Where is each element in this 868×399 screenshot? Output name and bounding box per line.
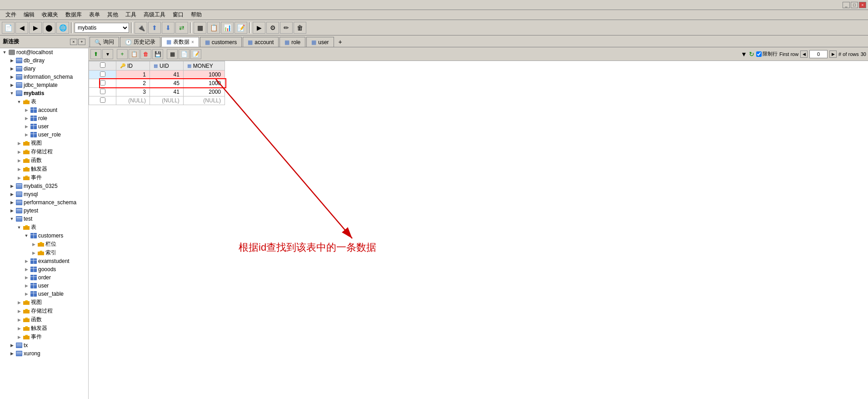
- tree-expand-mybatis_0325[interactable]: ▶: [8, 182, 15, 190]
- sidebar-item-jdbc_template[interactable]: ▶jdbc_template: [0, 81, 88, 89]
- minimize-button[interactable]: _: [843, 2, 850, 8]
- tree-expand-db_diray[interactable]: ▶: [8, 57, 15, 64]
- tree-expand-test_ccp[interactable]: ▶: [15, 308, 23, 315]
- table-row[interactable]: 3412000: [89, 88, 225, 96]
- sidebar-item-user_table[interactable]: ▶user_table: [0, 290, 88, 298]
- tree-expand-test_shitu[interactable]: ▶: [15, 299, 23, 306]
- tb-add-row-btn[interactable]: +: [117, 49, 128, 59]
- sidebar-add-btn[interactable]: +: [78, 39, 85, 45]
- tb-import-btn[interactable]: ⬆: [90, 49, 101, 59]
- tb-copy-row-btn[interactable]: 📋: [129, 49, 140, 59]
- tab-tabledata[interactable]: ▦ 表数据 ×: [161, 37, 199, 47]
- toolbar-back-btn[interactable]: ◀: [15, 22, 28, 34]
- tree-expand-customers_lw[interactable]: ▶: [30, 241, 37, 248]
- sidebar-item-db_diray[interactable]: ▶db_diray: [0, 56, 88, 65]
- toolbar-chart-btn[interactable]: 📊: [221, 22, 234, 34]
- tb-delete-row-btn[interactable]: 🗑: [140, 49, 151, 59]
- tab-account[interactable]: ▦ account: [243, 37, 279, 47]
- menu-edit[interactable]: 编辑: [20, 10, 38, 20]
- row-checkbox-2[interactable]: [100, 89, 105, 94]
- tree-expand-order[interactable]: ▶: [23, 274, 30, 281]
- sidebar-item-test_cfq[interactable]: ▶触发器: [0, 324, 88, 333]
- tab-history[interactable]: 🕐 历史记录: [120, 37, 160, 47]
- tree-expand-user_role[interactable]: ▶: [23, 131, 30, 138]
- tree-expand-mybatis_ccp[interactable]: ▶: [15, 148, 23, 156]
- toolbar-text-btn[interactable]: 📝: [234, 22, 247, 34]
- null-row-checkbox[interactable]: [100, 97, 105, 103]
- menu-other[interactable]: 其他: [104, 10, 122, 20]
- tree-expand-test_biao[interactable]: ▼: [15, 224, 23, 231]
- tb-save-btn[interactable]: 💾: [152, 49, 163, 59]
- toolbar-connect-btn[interactable]: 🔌: [135, 22, 147, 34]
- row-uid-1[interactable]: 45: [150, 79, 183, 88]
- tree-expand-xurong[interactable]: ▶: [8, 350, 15, 357]
- select-all-checkbox[interactable]: [100, 62, 105, 68]
- tree-expand-test_sj[interactable]: ▶: [15, 333, 23, 341]
- tree-expand-test_cfq[interactable]: ▶: [15, 325, 23, 332]
- row-uid-0[interactable]: 41: [150, 71, 183, 79]
- sidebar-item-mybatis_biao[interactable]: ▼表: [0, 97, 88, 106]
- tab-tabledata-close[interactable]: ×: [191, 40, 194, 45]
- menu-table[interactable]: 表单: [85, 10, 104, 20]
- menu-tools[interactable]: 工具: [122, 10, 140, 20]
- sidebar-item-user_role[interactable]: ▶user_role: [0, 131, 88, 139]
- row-money-2[interactable]: 2000: [183, 88, 224, 96]
- toolbar-stop-btn[interactable]: ⬤: [43, 22, 55, 34]
- tab-query[interactable]: 🔍 询问: [90, 37, 119, 47]
- sidebar-item-test_ccp[interactable]: ▶存储过程: [0, 307, 88, 315]
- tb-grid-btn[interactable]: ▦: [167, 49, 178, 59]
- tree-expand-root[interactable]: ▼: [1, 49, 8, 56]
- sidebar-item-mysql[interactable]: ▶mysql: [0, 190, 88, 198]
- tab-customers[interactable]: ▦ customers: [200, 37, 242, 47]
- menu-database[interactable]: 数据库: [62, 10, 85, 20]
- table-row[interactable]: 2451000: [89, 79, 225, 88]
- row-checkbox-1[interactable]: [100, 80, 105, 86]
- toolbar-forward-btn[interactable]: ▶: [29, 22, 42, 34]
- tree-expand-mybatis_shitu[interactable]: ▶: [15, 140, 23, 147]
- menu-help[interactable]: 帮助: [187, 10, 205, 20]
- tree-expand-mybatis[interactable]: ▼: [8, 90, 15, 97]
- sidebar-item-test_biao[interactable]: ▼表: [0, 223, 88, 232]
- sidebar-item-customers[interactable]: ▼customers: [0, 232, 88, 240]
- row-money-0[interactable]: 1000: [183, 71, 224, 79]
- sidebar-item-tx[interactable]: ▶tx: [0, 341, 88, 349]
- sidebar-item-examstudent[interactable]: ▶examstudent: [0, 257, 88, 265]
- tree-expand-mysql[interactable]: ▶: [8, 191, 15, 198]
- menu-file[interactable]: 文件: [2, 10, 20, 20]
- sidebar-close-btn[interactable]: ×: [70, 39, 77, 45]
- sidebar-item-test_shitu[interactable]: ▶视图: [0, 298, 88, 307]
- sidebar-item-mybatis[interactable]: ▼mybatis: [0, 89, 88, 97]
- toolbar-form-btn[interactable]: 📋: [207, 22, 220, 34]
- row-uid-2[interactable]: 41: [150, 88, 183, 96]
- toolbar-delete-btn[interactable]: 🗑: [294, 22, 306, 34]
- tree-expand-mybatis_cfq[interactable]: ▶: [15, 166, 23, 173]
- sidebar-item-mybatis_hs[interactable]: ▶函数: [0, 156, 88, 165]
- sidebar-item-test[interactable]: ▼test: [0, 215, 88, 223]
- tab-user[interactable]: ▦ user: [306, 37, 334, 47]
- tree-expand-mybatis_biao[interactable]: ▼: [15, 98, 23, 106]
- limit-row-checkbox[interactable]: [756, 51, 762, 57]
- tree-expand-mybatis_hs[interactable]: ▶: [15, 157, 23, 164]
- close-button[interactable]: ×: [859, 2, 866, 8]
- sidebar-item-diary[interactable]: ▶diary: [0, 65, 88, 73]
- tree-expand-role[interactable]: ▶: [23, 115, 30, 122]
- tree-expand-jdbc_template[interactable]: ▶: [8, 81, 15, 89]
- menu-favorites[interactable]: 收藏夹: [38, 10, 62, 20]
- tb-dropdown-btn[interactable]: ▾: [102, 49, 113, 59]
- sidebar-item-mybatis_ccp[interactable]: ▶存储过程: [0, 147, 88, 156]
- toolbar-edit-btn[interactable]: ✏: [280, 22, 293, 34]
- tree-expand-account[interactable]: ▶: [23, 106, 30, 114]
- sidebar-item-gooods[interactable]: ▶gooods: [0, 265, 88, 273]
- maximize-button[interactable]: □: [851, 2, 858, 8]
- tree-expand-examstudent[interactable]: ▶: [23, 258, 30, 265]
- tree-expand-test_user[interactable]: ▶: [23, 282, 30, 289]
- sidebar-item-account[interactable]: ▶account: [0, 106, 88, 114]
- toolbar-export-btn[interactable]: ⬇: [162, 22, 175, 34]
- sidebar-item-test_user[interactable]: ▶user: [0, 282, 88, 290]
- tab-role[interactable]: ▦ role: [279, 37, 305, 47]
- toolbar-run-btn[interactable]: ▶: [253, 22, 265, 34]
- sidebar-item-customers_lw[interactable]: ▶栏位: [0, 240, 88, 248]
- tree-expand-information_schema[interactable]: ▶: [8, 73, 15, 81]
- row-id-1[interactable]: 2: [116, 79, 150, 88]
- tree-expand-user_table[interactable]: ▶: [23, 290, 30, 298]
